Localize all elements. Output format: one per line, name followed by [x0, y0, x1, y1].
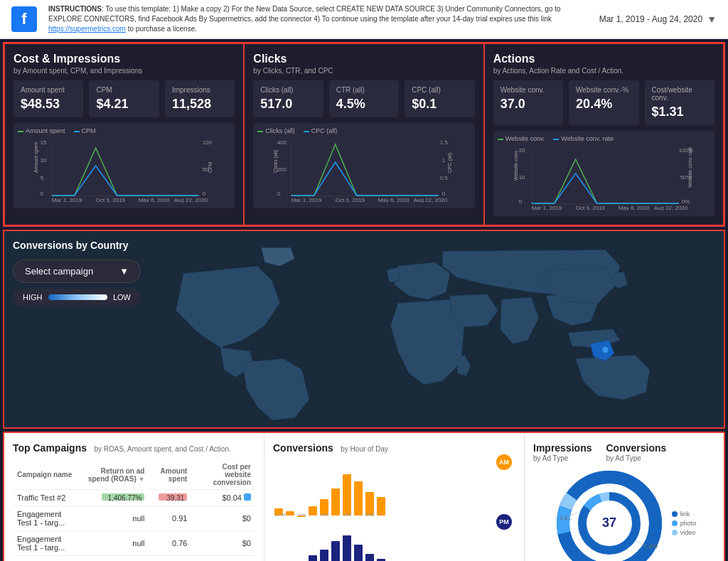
campaign-name-cell: Traffic Test 1 - get enoug...: [13, 556, 80, 562]
am-bars-svg: 12AM 2AM 4AM 6AM 8AM: [273, 460, 415, 517]
clicks-all-label: Clicks (all): [260, 86, 316, 94]
svg-text:20: 20: [518, 147, 525, 154]
col-cpc: Cost per website conversion: [191, 460, 255, 490]
sort-arrow-icon: ▼: [139, 476, 145, 483]
dropdown-arrow-icon: ▼: [119, 266, 129, 277]
svg-rect-74: [365, 554, 374, 561]
legend-blue-dot: [74, 131, 80, 132]
col-campaign-name: Campaign name: [13, 460, 80, 490]
roas-cell: null: [80, 506, 149, 531]
cost-impressions-svg: 15 10 5 0 100 50 0 Mar 1, 2019: [18, 137, 230, 203]
legend-item-video: video: [672, 529, 697, 536]
dashboard-bottom: Top Campaigns by ROAS, Amount spent, and…: [3, 432, 725, 561]
svg-rect-70: [320, 550, 328, 561]
legend-high-label: HIGH: [23, 293, 43, 301]
amount-spent-cell: 7.55: [149, 556, 191, 562]
table-row: Engagement Test 1 - targ... null 0.76 $0: [13, 531, 255, 556]
date-range[interactable]: Mar 1, 2019 - Aug 24, 2020 ▼: [599, 14, 717, 25]
svg-rect-60: [377, 497, 385, 515]
donut-svg: 37 3,8... 7,459: [552, 466, 666, 561]
cpc-card: CPC (all) $0.1: [405, 80, 474, 117]
campaign-name-cell: Engagement Test 1 - targ...: [13, 531, 80, 556]
world-map-svg: [146, 238, 724, 427]
actions-section: Actions by Actions, Action Rate and Cost…: [484, 43, 724, 225]
svg-text:Aug 22, 2020: Aug 22, 2020: [653, 205, 687, 210]
clicks-chart: Clicks (all) CPC (all) 400 200 0 1.5 1 0…: [253, 123, 474, 208]
svg-text:0: 0: [442, 191, 446, 197]
roas-cell: 1,406.77%: [80, 490, 149, 506]
donut-wrapper: 37 3,8... 7,459 link photo: [533, 466, 715, 561]
svg-rect-57: [343, 474, 351, 515]
actions-chart: Website conv. Website conv. rate 20 10 0…: [493, 131, 714, 216]
svg-text:Website conv.: Website conv.: [513, 150, 518, 181]
clicks-all-card: Clicks (all) 517.0: [253, 80, 323, 117]
cpm-card: CPM $4.21: [89, 80, 159, 117]
amount-spent-cell: 39.31: [149, 490, 191, 506]
cost-impressions-subtitle: by Amount spent, CPM, and Impressions: [14, 67, 235, 75]
legend-green-dot3: [498, 139, 503, 140]
svg-text:6AM: 6AM: [343, 513, 351, 517]
cost-impressions-chart: Amount spent CPM 15 10 5 0 100 50 0: [14, 123, 235, 208]
cost-impressions-legend: Amount spent CPM: [18, 127, 230, 134]
svg-text:0: 0: [41, 191, 44, 197]
legend-photo-color: [672, 520, 678, 526]
supermetrics-link[interactable]: https://supermetrics.com: [48, 25, 126, 33]
cpc-value: $0.1: [412, 97, 467, 112]
cpm-label: CPM: [96, 86, 151, 94]
svg-text:5: 5: [41, 175, 44, 181]
top-campaigns-subtitle: by ROAS, Amount spent, and Cost / Action…: [94, 445, 230, 453]
amount-spent-label: Amount spent: [21, 86, 76, 94]
cpc-label: CPC (all): [412, 86, 467, 94]
svg-text:Amount spent: Amount spent: [33, 142, 39, 173]
svg-text:10: 10: [41, 157, 47, 164]
col-roas[interactable]: Return on ad spend (ROAS) ▼: [80, 460, 149, 490]
legend-item-photo: photo: [672, 520, 697, 527]
legend-video-color: [672, 530, 678, 535]
campaign-select-label: Select campaign: [25, 266, 93, 277]
legend-low-label: LOW: [113, 293, 131, 301]
svg-text:12AM: 12AM: [274, 513, 286, 517]
roas-bar-green: 1,406.77%: [102, 493, 144, 501]
ctr-card: CTR (all) 4.5%: [329, 80, 399, 117]
website-conv-pct-value: 20.4%: [576, 97, 631, 112]
donut-panel: Impressions by Ad Type Conversions by Ad…: [525, 433, 724, 561]
top-campaigns-panel: Top Campaigns by ROAS, Amount spent, and…: [4, 433, 264, 561]
svg-text:2AM: 2AM: [297, 513, 306, 517]
legend-video-label: video: [680, 529, 696, 536]
cpc-bar: [244, 493, 251, 501]
legend-green-dot2: [257, 131, 263, 132]
date-range-text: Mar 1, 2019 - Aug 24, 2020: [599, 14, 702, 24]
website-conv-value: 37.0: [500, 97, 556, 112]
facebook-logo: f: [11, 6, 37, 32]
svg-text:15: 15: [41, 139, 47, 146]
impressions-value: 11,528: [172, 97, 228, 112]
actions-subtitle: by Actions, Action Rate and Cost / Actio…: [493, 67, 714, 75]
svg-text:0.5: 0.5: [440, 175, 449, 181]
website-conv-pct-card: Website conv.-% 20.4%: [569, 80, 638, 125]
legend-green-dot: [18, 131, 23, 132]
map-legend-bar: HIGH LOW: [13, 289, 141, 306]
map-controls: Select campaign ▼ HIGH LOW: [13, 260, 141, 306]
impressions-label: Impressions: [172, 86, 228, 94]
campaign-name-cell: Engagement Test 1 - targ...: [13, 506, 80, 531]
donut-center-value: 37: [602, 515, 616, 530]
ctr-label: CTR (all): [336, 86, 392, 94]
svg-text:0: 0: [518, 198, 522, 205]
legend-blue-dot2: [304, 131, 309, 132]
actions-cards: Website conv. 37.0 Website conv.-% 20.4%…: [493, 80, 714, 125]
table-row: Traffic Test #2 1,406.77% 39.31 $0.04: [13, 490, 255, 506]
svg-text:10: 10: [518, 174, 525, 181]
campaign-select-dropdown[interactable]: Select campaign ▼: [13, 260, 141, 283]
svg-text:Oct 3, 2019: Oct 3, 2019: [575, 205, 605, 210]
clicks-cards: Clicks (all) 517.0 CTR (all) 4.5% CPC (a…: [253, 80, 474, 117]
svg-text:100: 100: [203, 139, 213, 146]
svg-text:CPM: CPM: [208, 161, 213, 173]
svg-text:Oct 3, 2019: Oct 3, 2019: [336, 197, 365, 203]
instructions-text: INSTRUCTIONS: To use this template: 1) M…: [48, 4, 588, 34]
cost-impressions-cards: Amount spent $48.53 CPM $4.21 Impression…: [14, 80, 235, 117]
date-range-arrow-icon: ▼: [707, 14, 717, 25]
website-conv-card: Website conv. 37.0: [493, 80, 563, 125]
svg-text:Mar 1, 2019: Mar 1, 2019: [52, 197, 82, 203]
actions-legend: Website conv. Website conv. rate: [498, 135, 710, 142]
clicks-svg: 400 200 0 1.5 1 0.5 0 Mar 1, 2019 Oct 3,…: [257, 137, 470, 203]
